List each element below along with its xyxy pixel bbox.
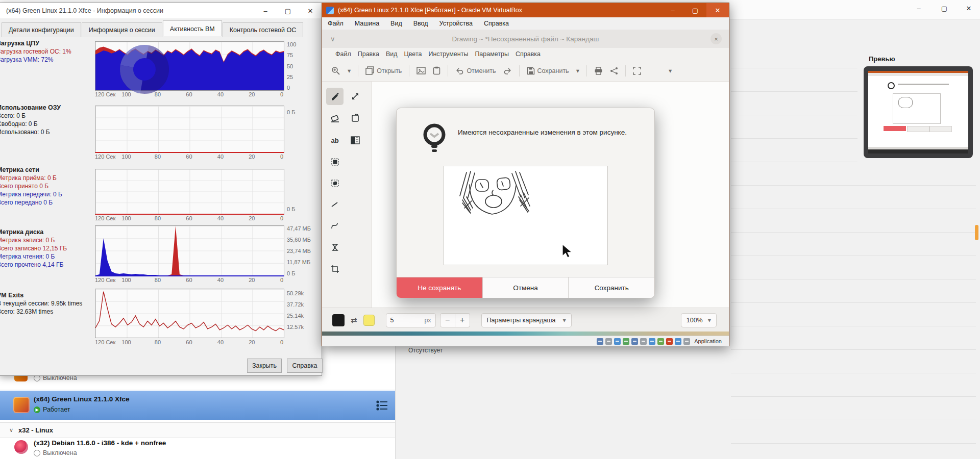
x-axis-tick-label: 80 — [155, 154, 161, 160]
gradient-tool[interactable] — [347, 132, 364, 149]
close-session-button[interactable]: Закрыть — [247, 359, 282, 373]
free-select-tool[interactable] — [326, 174, 344, 192]
network-adapter-icon[interactable] — [623, 338, 629, 345]
app-titlebar[interactable]: ∨ Drawing ~ *Несохраненный файл ~ Каранд… — [322, 30, 729, 48]
shape-tool[interactable] — [326, 239, 344, 256]
undo-button[interactable]: Отменить — [455, 67, 496, 74]
size-increase-button[interactable]: + — [455, 313, 470, 327]
app-menu-tools[interactable]: Инструменты — [428, 50, 468, 58]
rotate-tool[interactable] — [347, 110, 364, 127]
save-dialog-button[interactable]: Сохранить — [569, 277, 654, 298]
scrollbar-thumb[interactable] — [975, 225, 978, 240]
app-menu-edit[interactable]: Правка — [358, 50, 379, 58]
manager-close-button[interactable]: ✕ — [958, 2, 980, 14]
primary-color-swatch[interactable] — [332, 314, 345, 326]
vm-tools-menu-icon[interactable] — [376, 399, 389, 412]
close-icon[interactable]: ✕ — [706, 3, 729, 17]
redo-icon[interactable] — [503, 67, 512, 74]
menu-machine[interactable]: Машина — [355, 20, 379, 27]
audio-icon[interactable] — [614, 338, 621, 345]
features-icon[interactable] — [666, 338, 673, 345]
tab-vm-activity[interactable]: Активность ВМ — [163, 20, 222, 36]
save-button[interactable]: Сохранить — [527, 67, 569, 75]
save-dropdown-icon[interactable]: ▾ — [576, 67, 579, 74]
share-icon[interactable] — [610, 67, 618, 75]
disk-chart-y-axis: 47,47 МБ35,60 МБ23,74 МБ11,87 МБ0 Б — [287, 225, 323, 276]
vm-icon — [13, 397, 30, 413]
swap-colors-icon[interactable]: ⇄ — [351, 316, 357, 325]
keyboard-capture-icon[interactable] — [683, 338, 690, 345]
crop-tool[interactable] — [326, 260, 344, 277]
manager-minimize-button[interactable]: – — [908, 2, 930, 14]
maximize-button[interactable]: ▢ — [684, 3, 706, 17]
preview-mini-menubar — [868, 73, 968, 76]
tab-config-details[interactable]: Детали конфигурации — [2, 22, 81, 37]
close-icon[interactable]: ✕ — [299, 3, 322, 18]
zoom-icon[interactable] — [331, 66, 340, 75]
x-axis-tick-label: 0 — [280, 154, 283, 160]
open-button[interactable]: Открыть — [365, 66, 402, 75]
manager-maximize-button[interactable]: ▢ — [933, 2, 955, 14]
mouse-integration-icon[interactable] — [675, 338, 681, 345]
menu-devices[interactable]: Устройства — [439, 20, 473, 27]
line-tool[interactable] — [326, 196, 344, 213]
display-icon[interactable] — [649, 338, 655, 345]
discard-button[interactable]: Не сохранять — [397, 277, 483, 298]
usb-icon[interactable] — [631, 338, 638, 345]
eraser-tool[interactable] — [326, 110, 344, 127]
print-icon[interactable] — [594, 67, 603, 75]
minimize-button[interactable]: – — [254, 3, 277, 18]
menu-input[interactable]: Ввод — [413, 20, 428, 27]
zoom-level-dropdown[interactable]: 100%▾ — [681, 313, 717, 327]
secondary-color-swatch[interactable] — [363, 315, 375, 326]
chevron-down-icon[interactable]: ∨ — [9, 427, 13, 434]
text-tool[interactable]: ab — [326, 132, 344, 149]
menu-file[interactable]: Файл — [328, 20, 344, 27]
desktop: – ▢ ✕ Превью Отсутствует — [0, 0, 980, 459]
image-icon[interactable] — [416, 67, 426, 75]
tool-options-dropdown[interactable]: Параметры карандаша▾ — [481, 313, 572, 327]
x-axis-tick-label: 40 — [217, 339, 224, 345]
size-decrease-button[interactable]: − — [440, 313, 455, 327]
optical-disk-icon[interactable] — [605, 338, 612, 345]
paste-icon[interactable] — [433, 66, 440, 75]
app-menu-options[interactable]: Параметры — [475, 50, 509, 58]
x-axis-tick-label: 100 — [121, 215, 131, 221]
details-row-separator — [731, 91, 857, 92]
ram-metrics: Использование ОЗУ Всего: 0 Б Свободно: 0… — [0, 103, 61, 136]
vm-titlebar[interactable]: (x64) Green Linux 21.1.0 Xfce [Работает]… — [322, 3, 729, 17]
minimize-button[interactable]: – — [662, 3, 684, 17]
hard-disk-icon[interactable] — [597, 338, 603, 345]
vm-group-x32-linux[interactable]: ∨ x32 - Linux — [0, 422, 395, 438]
menu-help[interactable]: Справка — [484, 20, 509, 27]
app-menu-colors[interactable]: Цвета — [404, 50, 422, 58]
maximize-button[interactable]: ▢ — [277, 3, 299, 18]
tool-size-field[interactable]: 5px — [386, 313, 436, 327]
curve-tool[interactable] — [326, 217, 344, 235]
shared-folder-icon[interactable] — [640, 338, 647, 345]
x-axis-tick-label: 120 Сек — [95, 339, 115, 345]
vm-list-item-green-linux[interactable]: (x64) Green Linux 21.1.0 Xfce ▶ Работает — [0, 391, 395, 420]
vm-list-item-debian[interactable]: (x32) Debian 11.6.0 - i386 - kde + nonfr… — [0, 438, 395, 459]
menu-view[interactable]: Вид — [390, 20, 402, 27]
desktop-wallpaper — [322, 332, 729, 336]
frame-selection-icon[interactable] — [633, 67, 641, 75]
app-menu-help[interactable]: Справка — [516, 50, 541, 58]
tab-guest-os-control[interactable]: Контроль гостевой ОС — [223, 22, 303, 37]
x-axis-tick-label: 20 — [249, 339, 255, 345]
pencil-tool[interactable] — [326, 88, 344, 105]
session-titlebar[interactable]: (x64) Green Linux 21.1.0 Xfce - Информац… — [0, 3, 322, 18]
cancel-button[interactable]: Отмена — [483, 277, 569, 298]
rect-select-tool[interactable] — [326, 153, 344, 170]
resize-tool[interactable] — [347, 88, 364, 105]
app-menu-view[interactable]: Вид — [386, 50, 398, 58]
app-menu-file[interactable]: Файл — [335, 50, 351, 58]
more-dropdown-icon[interactable]: ▾ — [669, 67, 672, 74]
app-toolbar: ▾ Открыть Отменить — [322, 60, 729, 82]
close-icon[interactable]: × — [710, 33, 722, 44]
help-button[interactable]: Справка — [287, 359, 323, 373]
details-row-separator — [731, 68, 857, 68]
zoom-dropdown-icon[interactable]: ▾ — [348, 67, 351, 74]
tab-session-info[interactable]: Информация о сессии — [82, 22, 162, 37]
recording-icon[interactable] — [657, 338, 664, 345]
